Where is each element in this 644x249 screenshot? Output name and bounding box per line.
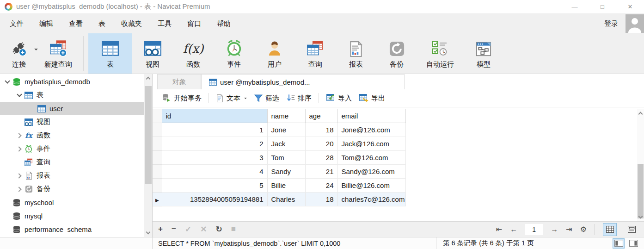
cell-age[interactable]: 24	[305, 179, 337, 193]
cell-id[interactable]: 4	[162, 165, 267, 179]
cell-age[interactable]: 20	[305, 137, 337, 151]
tree-item-database-mysql[interactable]: mysql	[0, 209, 144, 223]
table-row[interactable]: 3 Tom 28 Tom@126.com	[153, 151, 405, 165]
cell-id[interactable]: 1352894005059194881	[162, 193, 267, 206]
cell-name[interactable]: Tom	[267, 151, 305, 165]
minimize-button[interactable]: —	[561, 0, 589, 13]
cell-id[interactable]: 2	[162, 137, 267, 151]
table-row[interactable]: 1 Jone 18 Jone@126.com	[153, 123, 405, 137]
cell-email[interactable]: Jack@126.com	[337, 137, 405, 151]
filter-button[interactable]: 筛选	[251, 92, 283, 105]
toolbar-button-model[interactable]: 模型	[463, 33, 504, 74]
cell-age[interactable]: 21	[305, 165, 337, 179]
table-row[interactable]: 5 Billie 24 Billie@126.com	[153, 179, 405, 193]
toolbar-button-tables[interactable]: 表	[88, 33, 132, 74]
grid-scrollbar-thumb[interactable]	[638, 164, 644, 218]
table-row[interactable]: 2 Jack 20 Jack@126.com	[153, 137, 405, 151]
add-record-button[interactable]: +	[158, 224, 163, 234]
discard-changes-button[interactable]: ✕	[200, 224, 207, 234]
connection-dropdown-caret[interactable]	[34, 49, 38, 52]
cell-id[interactable]: 1	[162, 123, 267, 137]
scroll-down-icon[interactable]	[144, 229, 152, 237]
row-marker-header[interactable]	[153, 109, 162, 123]
sidebar-scrollbar[interactable]	[144, 74, 152, 237]
cell-id[interactable]: 3	[162, 151, 267, 165]
chevron-right-icon[interactable]	[16, 146, 21, 151]
delete-record-button[interactable]: −	[172, 224, 176, 234]
cell-email[interactable]: Billie@126.com	[337, 179, 405, 193]
begin-transaction-button[interactable]: 开始事务	[158, 92, 205, 105]
user-avatar-icon[interactable]	[626, 14, 644, 33]
column-header-name[interactable]: name	[267, 109, 305, 123]
chevron-down-icon[interactable]	[5, 78, 10, 83]
close-button[interactable]: ✕	[616, 0, 644, 13]
chevron-right-icon[interactable]	[16, 133, 21, 138]
toolbar-button-users[interactable]: 用户	[254, 33, 295, 74]
toolbar-button-queries[interactable]: 查询	[295, 33, 336, 74]
text-button[interactable]: 文本	[212, 92, 251, 105]
chevron-right-icon[interactable]	[16, 173, 21, 178]
cell-age[interactable]: 18	[305, 193, 337, 206]
grid-view-button[interactable]	[603, 223, 617, 236]
menu-item-help[interactable]: 帮助	[209, 14, 239, 33]
column-header-id[interactable]: id	[162, 109, 267, 123]
table-row[interactable]: 4 Sandy 21 Sandy@126.com	[153, 165, 405, 179]
table-row-current[interactable]: ▶ 1352894005059194881 Charles 18 charles…	[153, 193, 405, 206]
cell-age[interactable]: 28	[305, 151, 337, 165]
settings-button[interactable]: ⚙	[580, 225, 587, 234]
tree-item-table-user[interactable]: user	[0, 102, 144, 115]
maximize-button[interactable]: □	[589, 0, 616, 13]
login-button[interactable]: 登录	[601, 19, 621, 28]
menu-item-tools[interactable]: 工具	[150, 14, 179, 33]
last-page-button[interactable]: ⇥	[566, 225, 572, 234]
cell-age[interactable]: 18	[305, 123, 337, 137]
sort-button[interactable]: 排序	[283, 92, 315, 105]
export-button[interactable]: 导出	[356, 92, 389, 105]
tab-user-table[interactable]: user @mybatisplus_demod...	[201, 74, 405, 89]
tree-item-backups[interactable]: 备份	[0, 182, 144, 196]
column-header-age[interactable]: age	[305, 109, 337, 123]
form-view-button[interactable]	[625, 223, 638, 236]
first-page-button[interactable]: ⇤	[496, 225, 502, 234]
toolbar-button-events[interactable]: 事件	[214, 33, 254, 74]
import-button[interactable]: 导入	[322, 92, 356, 105]
cell-name[interactable]: Jack	[267, 137, 305, 151]
nav-pane-toggle[interactable]	[613, 238, 625, 249]
cell-name[interactable]: Billie	[267, 179, 305, 193]
tree-item-database-performance-schema[interactable]: performance_schema	[0, 223, 144, 236]
toolbar-button-functions[interactable]: f(x) 函数	[173, 33, 214, 74]
next-page-button[interactable]: →	[551, 225, 558, 234]
toolbar-button-automation[interactable]: 自动运行	[417, 33, 463, 74]
column-header-email[interactable]: email	[337, 109, 405, 123]
menu-item-view[interactable]: 查看	[61, 14, 91, 33]
scroll-down-icon[interactable]	[637, 213, 644, 221]
menu-item-file[interactable]: 文件	[2, 14, 31, 33]
stop-button[interactable]: ■	[231, 224, 236, 234]
toolbar-button-views[interactable]: 视图	[132, 33, 173, 74]
scroll-up-icon[interactable]	[637, 109, 644, 117]
chevron-right-icon[interactable]	[16, 187, 21, 192]
cell-email[interactable]: Sandy@126.com	[337, 165, 405, 179]
toolbar-button-new-query[interactable]: 新建查询	[38, 33, 79, 74]
menu-item-table[interactable]: 表	[91, 14, 113, 33]
tree-item-reports[interactable]: 报表	[0, 169, 144, 182]
cell-id[interactable]: 5	[162, 179, 267, 193]
cell-name[interactable]: Sandy	[267, 165, 305, 179]
info-pane-toggle[interactable]	[627, 238, 639, 249]
sidebar-scrollbar-thumb[interactable]	[145, 86, 152, 184]
menu-item-edit[interactable]: 编辑	[31, 14, 61, 33]
menu-item-window[interactable]: 窗口	[179, 14, 209, 33]
cell-name[interactable]: Jone	[267, 123, 305, 137]
tree-item-functions[interactable]: fx 函数	[0, 129, 144, 142]
chevron-down-icon[interactable]	[17, 92, 22, 97]
tree-item-queries[interactable]: 查询	[0, 156, 144, 169]
tree-item-views[interactable]: 视图	[0, 115, 144, 129]
toolbar-button-reports[interactable]: 报表	[336, 33, 376, 74]
tree-item-database-myschool[interactable]: myschool	[0, 196, 144, 209]
tree-item-events[interactable]: 事件	[0, 142, 144, 156]
grid-scrollbar[interactable]	[637, 109, 644, 221]
cell-email[interactable]: Tom@126.com	[337, 151, 405, 165]
scroll-up-icon[interactable]	[144, 74, 152, 82]
tree-item-database-mybatisplus-demodb[interactable]: mybatisplus_demodb	[0, 75, 144, 88]
refresh-button[interactable]: ↻	[215, 224, 222, 234]
